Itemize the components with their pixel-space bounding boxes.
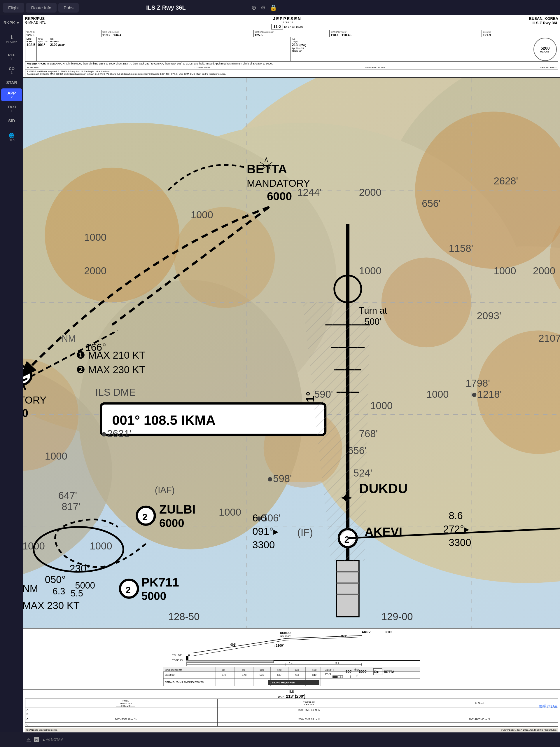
freq-approach: GIMHAE Approach 125.5 <box>254 30 280 37</box>
tab-route-info[interactable]: Route Info <box>26 3 57 12</box>
sidebar-item-taxi[interactable]: TAXI 1 <box>1 102 22 115</box>
chart-number: 11-2 <box>271 24 280 29</box>
airport-name: GIMHAE INTL <box>25 21 46 24</box>
alt-row: Alt set: hPa TDZ Elev: 0 hPa Trans level… <box>25 66 280 70</box>
svg-text:6000: 6000 <box>267 190 280 203</box>
svg-text:1000: 1000 <box>191 209 213 220</box>
topbar: Flight Route Info Pubs ILS Z Rwy 36L ⊕ ⚙… <box>0 0 280 15</box>
chart-title: ILS Z Rwy 36L <box>80 4 251 11</box>
sidebar: RKPK ▼ ℹ INFO/WX REF 1 CO 1 STAR APP 2 T… <box>0 15 23 374</box>
lock-icon[interactable]: 🔒 <box>270 4 277 11</box>
topbar-icons: ⊕ ⚙ 🔒 <box>251 4 277 11</box>
tab-pubs[interactable]: Pubs <box>58 3 79 12</box>
svg-text:2000: 2000 <box>84 265 106 276</box>
chart-notes: 1. GNSS and Radar required. 2. RNAV 1.0 … <box>25 70 280 76</box>
sidebar-item-ifr[interactable]: 🌐 / IFR <box>1 130 22 144</box>
settings-icon[interactable]: ⚙ <box>261 4 266 11</box>
main-chart-area: RKPK/PUS GIMHAE INTL JEPPESEN 12 JUL 19 … <box>23 15 280 374</box>
svg-text:❷ MAX 230 KT: ❷ MAX 230 KT <box>76 364 145 374</box>
final-crs-data: Final Apch Crs 001° <box>37 37 49 61</box>
svg-rect-18 <box>23 78 280 374</box>
share-icon[interactable]: ⊕ <box>251 4 257 11</box>
gs-data: GS DUKDU 2100 (2087') <box>49 37 280 61</box>
provider-name: JEPPESEN <box>271 16 280 21</box>
svg-text:1000: 1000 <box>84 232 106 243</box>
chart-date: 12 JUL 19 <box>271 21 280 24</box>
svg-text:166°: 166° <box>85 342 106 353</box>
airport-info: RKPK/PUS GIMHAE INTL <box>25 16 46 24</box>
freq-d-atis: *D-ATIS 126.6 <box>25 30 102 37</box>
chart-provider-info: JEPPESEN 12 JUL 19 11-2 Eff 17 Jul 1600Z <box>271 16 280 29</box>
sidebar-item-star[interactable]: STAR <box>1 78 22 87</box>
frequency-row: *D-ATIS 126.6 GIMHAE Arrival 119.2 134.4… <box>25 30 280 37</box>
airport-icao: RKPK/PUS <box>25 16 46 21</box>
plan-view-svg: 20 15 10 5 1000 2000 2628' 1000 1903' 11… <box>23 78 280 374</box>
loc-data: LOC IKMA 108.5 <box>25 37 37 61</box>
sidebar-airport[interactable]: RKPK ▼ <box>1 18 22 27</box>
svg-text:MANDATORY: MANDATORY <box>247 178 280 189</box>
sidebar-item-ref[interactable]: REF 1 <box>1 50 22 63</box>
sidebar-item-app[interactable]: APP 2 <box>1 88 22 101</box>
chart-header: RKPK/PUS GIMHAE INTL JEPPESEN 12 JUL 19 … <box>23 15 280 78</box>
sidebar-item-info[interactable]: ℹ INFO/WX <box>1 31 22 46</box>
plan-view-map[interactable]: 20 15 10 5 1000 2000 2628' 1000 1903' 11… <box>23 78 280 374</box>
tab-flight[interactable]: Flight <box>3 3 24 12</box>
svg-text:☆: ☆ <box>258 153 274 174</box>
missed-approach: MISSED APCH: MISSED APCH: Climb to 500',… <box>25 61 280 66</box>
svg-text:NM: NM <box>61 334 76 344</box>
freq-arrival: GIMHAE Arrival 119.2 134.4 <box>102 30 254 37</box>
jeppesen-chart: RKPK/PUS GIMHAE INTL JEPPESEN 12 JUL 19 … <box>23 15 280 374</box>
sidebar-item-co[interactable]: CO 1 <box>1 64 22 77</box>
approach-data-row: LOC IKMA 108.5 Final Apch Crs 001° GS DU… <box>25 37 280 61</box>
sidebar-item-sid[interactable]: SID <box>1 116 22 126</box>
